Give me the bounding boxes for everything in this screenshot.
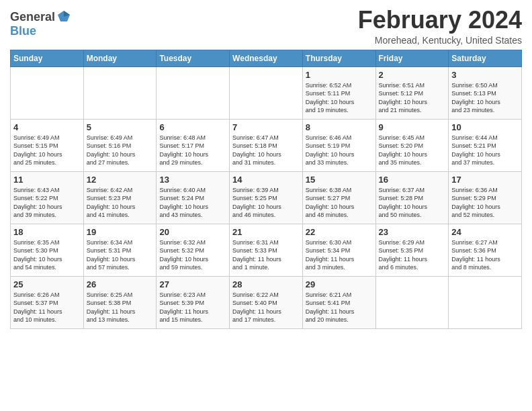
month-title: February 2024 [358, 7, 522, 34]
day-info: Sunrise: 6:27 AM Sunset: 5:36 PM Dayligh… [451, 238, 519, 272]
header-row: SundayMondayTuesdayWednesdayThursdayFrid… [11, 50, 522, 66]
day-info: Sunrise: 6:52 AM Sunset: 5:11 PM Dayligh… [306, 81, 373, 115]
day-info: Sunrise: 6:38 AM Sunset: 5:27 PM Dayligh… [306, 186, 373, 220]
day-number: 10 [451, 122, 519, 132]
day-cell: 4Sunrise: 6:49 AM Sunset: 5:15 PM Daylig… [11, 119, 84, 171]
day-cell: 15Sunrise: 6:38 AM Sunset: 5:27 PM Dayli… [302, 171, 375, 224]
day-number: 2 [379, 70, 446, 80]
day-number: 21 [232, 227, 300, 237]
day-number: 16 [379, 175, 446, 185]
day-number: 25 [13, 279, 81, 289]
day-number: 27 [159, 279, 226, 289]
day-cell: 6Sunrise: 6:48 AM Sunset: 5:17 PM Daylig… [157, 119, 230, 171]
day-info: Sunrise: 6:34 AM Sunset: 5:31 PM Dayligh… [87, 238, 154, 272]
day-number: 15 [306, 175, 373, 185]
day-cell: 26Sunrise: 6:25 AM Sunset: 5:38 PM Dayli… [83, 276, 157, 328]
day-cell: 22Sunrise: 6:30 AM Sunset: 5:34 PM Dayli… [302, 224, 375, 276]
day-cell: 28Sunrise: 6:22 AM Sunset: 5:40 PM Dayli… [230, 276, 303, 328]
day-number: 24 [451, 227, 519, 237]
day-cell: 11Sunrise: 6:43 AM Sunset: 5:22 PM Dayli… [11, 171, 84, 224]
day-info: Sunrise: 6:51 AM Sunset: 5:12 PM Dayligh… [379, 81, 446, 115]
day-number: 20 [159, 227, 226, 237]
day-cell: 9Sunrise: 6:45 AM Sunset: 5:20 PM Daylig… [375, 119, 449, 171]
day-cell [83, 66, 157, 119]
calendar-body: 1Sunrise: 6:52 AM Sunset: 5:11 PM Daylig… [11, 66, 522, 328]
day-cell: 16Sunrise: 6:37 AM Sunset: 5:28 PM Dayli… [375, 171, 449, 224]
logo-icon [56, 9, 71, 24]
day-cell [375, 276, 449, 328]
day-info: Sunrise: 6:36 AM Sunset: 5:29 PM Dayligh… [451, 186, 519, 220]
day-cell [230, 66, 303, 119]
day-cell [11, 66, 84, 119]
week-row-3: 11Sunrise: 6:43 AM Sunset: 5:22 PM Dayli… [11, 171, 522, 224]
calendar-table: SundayMondayTuesdayWednesdayThursdayFrid… [10, 50, 522, 329]
day-cell: 2Sunrise: 6:51 AM Sunset: 5:12 PM Daylig… [375, 66, 449, 119]
header-cell-tuesday: Tuesday [157, 50, 230, 66]
day-cell: 10Sunrise: 6:44 AM Sunset: 5:21 PM Dayli… [449, 119, 522, 171]
day-info: Sunrise: 6:43 AM Sunset: 5:22 PM Dayligh… [13, 186, 81, 220]
day-info: Sunrise: 6:49 AM Sunset: 5:15 PM Dayligh… [13, 134, 81, 167]
day-info: Sunrise: 6:23 AM Sunset: 5:39 PM Dayligh… [159, 291, 226, 324]
day-number: 29 [306, 279, 373, 289]
day-number: 14 [232, 175, 300, 185]
day-info: Sunrise: 6:25 AM Sunset: 5:38 PM Dayligh… [87, 291, 154, 324]
day-number: 19 [87, 227, 154, 237]
day-info: Sunrise: 6:32 AM Sunset: 5:32 PM Dayligh… [159, 238, 226, 272]
logo-blue: Blue [10, 24, 36, 38]
day-info: Sunrise: 6:47 AM Sunset: 5:18 PM Dayligh… [232, 134, 300, 167]
day-cell: 20Sunrise: 6:32 AM Sunset: 5:32 PM Dayli… [157, 224, 230, 276]
day-number: 23 [379, 227, 446, 237]
day-cell: 14Sunrise: 6:39 AM Sunset: 5:25 PM Dayli… [230, 171, 303, 224]
day-cell: 19Sunrise: 6:34 AM Sunset: 5:31 PM Dayli… [83, 224, 157, 276]
day-number: 12 [87, 175, 154, 185]
header-cell-wednesday: Wednesday [230, 50, 303, 66]
day-cell: 17Sunrise: 6:36 AM Sunset: 5:29 PM Dayli… [449, 171, 522, 224]
header-cell-saturday: Saturday [449, 50, 522, 66]
day-cell: 21Sunrise: 6:31 AM Sunset: 5:33 PM Dayli… [230, 224, 303, 276]
header-cell-friday: Friday [375, 50, 449, 66]
header-cell-sunday: Sunday [11, 50, 84, 66]
week-row-2: 4Sunrise: 6:49 AM Sunset: 5:15 PM Daylig… [11, 119, 522, 171]
day-number: 6 [159, 122, 226, 132]
day-number: 4 [13, 122, 81, 132]
day-cell [157, 66, 230, 119]
day-cell [449, 276, 522, 328]
day-info: Sunrise: 6:21 AM Sunset: 5:41 PM Dayligh… [306, 291, 373, 324]
logo: General Blue [10, 9, 71, 38]
day-info: Sunrise: 6:31 AM Sunset: 5:33 PM Dayligh… [232, 238, 300, 272]
day-cell: 13Sunrise: 6:40 AM Sunset: 5:24 PM Dayli… [157, 171, 230, 224]
day-info: Sunrise: 6:35 AM Sunset: 5:30 PM Dayligh… [13, 238, 81, 272]
header-cell-thursday: Thursday [302, 50, 375, 66]
calendar-header: SundayMondayTuesdayWednesdayThursdayFrid… [11, 50, 522, 66]
header-cell-monday: Monday [83, 50, 157, 66]
day-cell: 24Sunrise: 6:27 AM Sunset: 5:36 PM Dayli… [449, 224, 522, 276]
main-container: General Blue February 2024 Morehead, Ken… [0, 0, 532, 332]
day-number: 5 [87, 122, 154, 132]
day-info: Sunrise: 6:22 AM Sunset: 5:40 PM Dayligh… [232, 291, 300, 324]
day-cell: 27Sunrise: 6:23 AM Sunset: 5:39 PM Dayli… [157, 276, 230, 328]
day-number: 26 [87, 279, 154, 289]
day-cell: 25Sunrise: 6:26 AM Sunset: 5:37 PM Dayli… [11, 276, 84, 328]
day-number: 3 [451, 70, 519, 80]
day-cell: 18Sunrise: 6:35 AM Sunset: 5:30 PM Dayli… [11, 224, 84, 276]
day-number: 9 [379, 122, 446, 132]
day-info: Sunrise: 6:50 AM Sunset: 5:13 PM Dayligh… [451, 81, 519, 115]
day-number: 1 [306, 70, 373, 80]
day-number: 22 [306, 227, 373, 237]
day-info: Sunrise: 6:40 AM Sunset: 5:24 PM Dayligh… [159, 186, 226, 220]
day-info: Sunrise: 6:45 AM Sunset: 5:20 PM Dayligh… [379, 134, 446, 167]
day-info: Sunrise: 6:30 AM Sunset: 5:34 PM Dayligh… [306, 238, 373, 272]
location: Morehead, Kentucky, United States [358, 35, 522, 46]
day-cell: 1Sunrise: 6:52 AM Sunset: 5:11 PM Daylig… [302, 66, 375, 119]
day-number: 8 [306, 122, 373, 132]
week-row-1: 1Sunrise: 6:52 AM Sunset: 5:11 PM Daylig… [11, 66, 522, 119]
week-row-5: 25Sunrise: 6:26 AM Sunset: 5:37 PM Dayli… [11, 276, 522, 328]
day-info: Sunrise: 6:29 AM Sunset: 5:35 PM Dayligh… [379, 238, 446, 272]
day-info: Sunrise: 6:48 AM Sunset: 5:17 PM Dayligh… [159, 134, 226, 167]
day-cell: 5Sunrise: 6:49 AM Sunset: 5:16 PM Daylig… [83, 119, 157, 171]
day-cell: 3Sunrise: 6:50 AM Sunset: 5:13 PM Daylig… [449, 66, 522, 119]
day-number: 13 [159, 175, 226, 185]
day-number: 11 [13, 175, 81, 185]
day-cell: 23Sunrise: 6:29 AM Sunset: 5:35 PM Dayli… [375, 224, 449, 276]
day-info: Sunrise: 6:46 AM Sunset: 5:19 PM Dayligh… [306, 134, 373, 167]
